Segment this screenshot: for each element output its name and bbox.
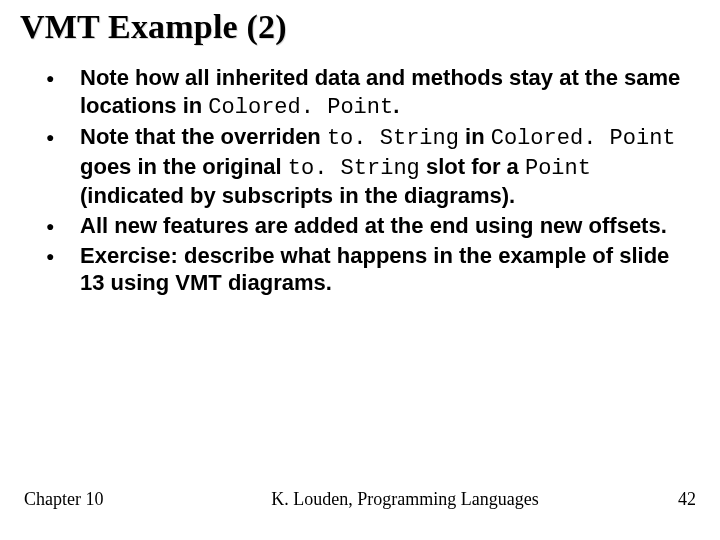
bullet-text: Exercise: describe what happens in the e… bbox=[80, 242, 690, 297]
bullet-icon: ● bbox=[46, 242, 80, 297]
slide: VMT Example (2) ● Note how all inherited… bbox=[0, 0, 720, 540]
bullet-text: Note how all inherited data and methods … bbox=[80, 64, 690, 121]
bullet-icon: ● bbox=[46, 64, 80, 121]
footer-center: K. Louden, Programming Languages bbox=[174, 489, 636, 510]
bullet-list: ● Note how all inherited data and method… bbox=[20, 64, 700, 297]
list-item: ● All new features are added at the end … bbox=[46, 212, 690, 240]
bullet-icon: ● bbox=[46, 212, 80, 240]
text-run: (indicated by subscripts in the diagrams… bbox=[80, 183, 515, 208]
code-run: to. String bbox=[288, 156, 420, 181]
code-run: Colored. Point bbox=[208, 95, 393, 120]
text-run: All new features are added at the end us… bbox=[80, 213, 667, 238]
footer-left: Chapter 10 bbox=[24, 489, 174, 510]
list-item: ● Note that the overriden to. String in … bbox=[46, 123, 690, 210]
code-run: Point bbox=[525, 156, 591, 181]
text-run: . bbox=[393, 93, 399, 118]
text-run: Note that the overriden bbox=[80, 124, 327, 149]
list-item: ● Exercise: describe what happens in the… bbox=[46, 242, 690, 297]
footer-page-number: 42 bbox=[636, 489, 696, 510]
footer: Chapter 10 K. Louden, Programming Langua… bbox=[0, 489, 720, 510]
code-run: to. String bbox=[327, 126, 459, 151]
text-run: slot for a bbox=[420, 154, 525, 179]
text-run: in bbox=[459, 124, 491, 149]
page-title: VMT Example (2) bbox=[20, 8, 700, 46]
text-run: Exercise: describe what happens in the e… bbox=[80, 243, 669, 296]
code-run: Colored. Point bbox=[491, 126, 676, 151]
bullet-icon: ● bbox=[46, 123, 80, 210]
list-item: ● Note how all inherited data and method… bbox=[46, 64, 690, 121]
text-run: goes in the original bbox=[80, 154, 288, 179]
bullet-text: Note that the overriden to. String in Co… bbox=[80, 123, 690, 210]
bullet-text: All new features are added at the end us… bbox=[80, 212, 690, 240]
